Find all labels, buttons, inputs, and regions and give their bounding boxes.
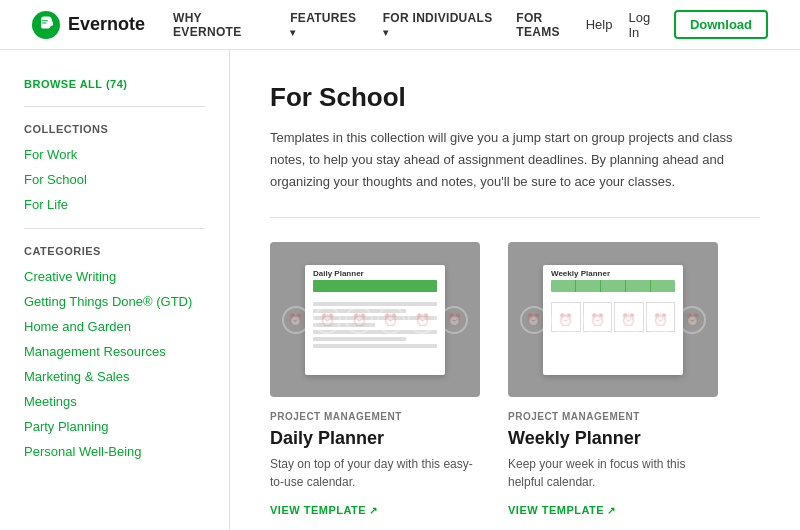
sidebar-divider-2 bbox=[24, 228, 205, 229]
nav-right: Help Log In Download bbox=[586, 10, 768, 40]
clock-icon-w6: ⏰ bbox=[678, 306, 706, 334]
card-desc-daily: Stay on top of your day with this easy-t… bbox=[270, 455, 480, 491]
sidebar-item-for-work[interactable]: For Work bbox=[24, 147, 205, 162]
clock-icon-w2: ⏰ bbox=[551, 306, 579, 334]
sidebar-item-gtd[interactable]: Getting Things Done® (GTD) bbox=[24, 294, 205, 309]
browse-all[interactable]: Browse All (74) bbox=[24, 78, 205, 90]
card-desc-weekly: Keep your week in focus with this helpfu… bbox=[508, 455, 718, 491]
categories-title: Categories bbox=[24, 245, 205, 257]
clock-icon-w4: ⏰ bbox=[615, 306, 643, 334]
sidebar-item-for-life[interactable]: For Life bbox=[24, 197, 205, 212]
card-image-daily-planner[interactable]: ⏰ ⏰ ⏰ ⏰ ⏰ ⏰ Daily Planner bbox=[270, 242, 480, 397]
card-category-weekly: Project Management bbox=[508, 411, 718, 422]
nav-login[interactable]: Log In bbox=[628, 10, 657, 40]
clock-icon-w5: ⏰ bbox=[646, 306, 674, 334]
sidebar-item-for-school[interactable]: For School bbox=[24, 172, 205, 187]
card-category-daily: Project Management bbox=[270, 411, 480, 422]
nav-download-button[interactable]: Download bbox=[674, 10, 768, 39]
page-header: For School Templates in this collection … bbox=[270, 82, 760, 193]
brand-name: Evernote bbox=[68, 14, 145, 35]
card-title-weekly: Weekly Planner bbox=[508, 428, 718, 449]
card-bg-decoration: ⏰ ⏰ ⏰ ⏰ ⏰ ⏰ bbox=[270, 242, 480, 397]
clock-icon-6: ⏰ bbox=[440, 306, 468, 334]
clock-icon-4: ⏰ bbox=[377, 306, 405, 334]
card-link-daily[interactable]: View Template bbox=[270, 504, 378, 516]
sidebar-item-home-garden[interactable]: Home and Garden bbox=[24, 319, 205, 334]
sidebar: Browse All (74) Collections For Work For… bbox=[0, 50, 230, 530]
sidebar-item-personal-wellbeing[interactable]: Personal Well-Being bbox=[24, 444, 205, 459]
clock-icon-w3: ⏰ bbox=[583, 306, 611, 334]
evernote-logo-icon bbox=[32, 11, 60, 39]
nav-why-evernote[interactable]: Why Evernote bbox=[173, 11, 268, 39]
sidebar-divider-1 bbox=[24, 106, 205, 107]
sidebar-item-party-planning[interactable]: Party Planning bbox=[24, 419, 205, 434]
nav-left: Evernote Why Evernote Features For Indiv… bbox=[32, 11, 586, 39]
sidebar-item-meetings[interactable]: Meetings bbox=[24, 394, 205, 409]
page-title: For School bbox=[270, 82, 760, 113]
card-bg-decoration-2: ⏰ ⏰ ⏰ ⏰ ⏰ ⏰ bbox=[508, 242, 718, 397]
clock-icon-3: ⏰ bbox=[345, 306, 373, 334]
nav-for-individuals[interactable]: For Individuals bbox=[383, 11, 495, 39]
card-title-daily: Daily Planner bbox=[270, 428, 480, 449]
navbar: Evernote Why Evernote Features For Indiv… bbox=[0, 0, 800, 50]
nav-features[interactable]: Features bbox=[290, 11, 360, 39]
collections-title: Collections bbox=[24, 123, 205, 135]
logo[interactable]: Evernote bbox=[32, 11, 145, 39]
clock-icon-2: ⏰ bbox=[313, 306, 341, 334]
page-description: Templates in this collection will give y… bbox=[270, 127, 750, 193]
cards-grid: ⏰ ⏰ ⏰ ⏰ ⏰ ⏰ Daily Planner bbox=[270, 242, 760, 517]
sidebar-item-marketing[interactable]: Marketing & Sales bbox=[24, 369, 205, 384]
nav-help[interactable]: Help bbox=[586, 17, 613, 32]
nav-for-teams[interactable]: For Teams bbox=[516, 11, 585, 39]
page-layout: Browse All (74) Collections For Work For… bbox=[0, 50, 800, 530]
template-card-weekly-planner: ⏰ ⏰ ⏰ ⏰ ⏰ ⏰ Weekly Planner bbox=[508, 242, 718, 517]
nav-links: Why Evernote Features For Individuals Fo… bbox=[173, 11, 586, 39]
main-content: For School Templates in this collection … bbox=[230, 50, 800, 530]
card-link-weekly[interactable]: View Template bbox=[508, 504, 616, 516]
clock-icon-w1: ⏰ bbox=[520, 306, 548, 334]
section-divider bbox=[270, 217, 760, 218]
template-card-daily-planner: ⏰ ⏰ ⏰ ⏰ ⏰ ⏰ Daily Planner bbox=[270, 242, 480, 517]
sidebar-item-management[interactable]: Management Resources bbox=[24, 344, 205, 359]
clock-icon-1: ⏰ bbox=[282, 306, 310, 334]
clock-icon-5: ⏰ bbox=[408, 306, 436, 334]
card-image-weekly-planner[interactable]: ⏰ ⏰ ⏰ ⏰ ⏰ ⏰ Weekly Planner bbox=[508, 242, 718, 397]
sidebar-item-creative-writing[interactable]: Creative Writing bbox=[24, 269, 205, 284]
